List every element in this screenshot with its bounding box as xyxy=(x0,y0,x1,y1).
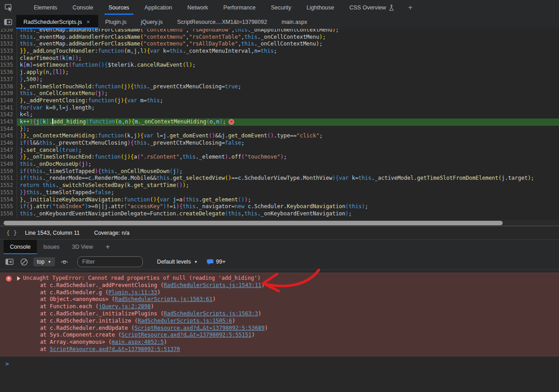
code-text[interactable]: },_onTimeSlotTouchHold:function(j){this.… xyxy=(17,83,559,91)
panel-tab-lighthouse[interactable]: Lighthouse xyxy=(299,0,342,15)
live-expression-eye-icon[interactable] xyxy=(59,257,69,267)
add-drawer-tab-button[interactable]: + xyxy=(99,240,116,254)
clear-console-icon[interactable] xyxy=(19,257,29,267)
line-number[interactable]: 1540 xyxy=(0,97,17,105)
line-number[interactable]: 1541 xyxy=(0,105,17,112)
drawer-tab-issues[interactable]: Issues xyxy=(37,240,66,254)
scrollbar-thumb[interactable] xyxy=(4,221,503,225)
code-text[interactable]: k[m]=setTimeout(function(){$telerik.canc… xyxy=(17,62,559,69)
line-number[interactable]: 1543 xyxy=(0,119,17,126)
line-number[interactable]: 1549 xyxy=(0,161,17,168)
more-tools-button[interactable]: + xyxy=(402,0,419,15)
line-number[interactable]: 1536 xyxy=(0,69,17,76)
line-number[interactable]: 1542 xyxy=(0,111,17,119)
code-text[interactable]: j.apply(n,[l]); xyxy=(17,69,559,76)
stack-frame-link[interactable]: jQuery.js:2:2898 xyxy=(99,303,151,310)
panel-tab-security[interactable]: Security xyxy=(263,0,299,15)
issues-counter[interactable]: 99+ xyxy=(207,259,226,265)
code-text[interactable]: for(var k=0,l=j.length; xyxy=(17,105,559,112)
expand-triangle-icon[interactable] xyxy=(17,276,20,281)
file-tab-radschedulerscripts-js[interactable]: RadSchedulerScripts.js× xyxy=(16,15,98,29)
panel-tab-sources[interactable]: Sources xyxy=(101,0,137,15)
file-tab-plugin-js[interactable]: Plugin.js xyxy=(98,15,134,29)
code-text[interactable]: }},_addLongTouchHandler:function(m,j,l){… xyxy=(17,48,559,55)
code-text[interactable]: return this._switchToSelectedDay(k.get_s… xyxy=(17,182,559,189)
line-number[interactable]: 1539 xyxy=(0,90,17,97)
panel-tab-network[interactable]: Network xyxy=(180,0,216,15)
stack-frame-link[interactable]: ScriptResource.axd?d…&t=13798092:5:53689 xyxy=(134,325,264,331)
code-text[interactable]: this._eventMap.addHandlerForClassName("c… xyxy=(17,34,559,41)
code-text[interactable]: }},_onContextMenuHiding:function(k,j){va… xyxy=(17,132,559,140)
code-text[interactable]: this._onKeyboardEventNavigationDelegate=… xyxy=(17,210,559,218)
log-levels-dropdown[interactable]: Default levels ▼ xyxy=(157,259,198,265)
line-number[interactable]: 1531 xyxy=(0,34,17,41)
line-number[interactable]: 1553 xyxy=(0,189,17,196)
line-number[interactable]: 1548 xyxy=(0,154,17,161)
code-text[interactable]: if(j.attr("tabIndex")>=0||j.attr("access… xyxy=(17,203,559,210)
stack-frame-link[interactable]: ScriptResource.axd?d…&t=13798092:5:55151 xyxy=(122,332,252,338)
code-text[interactable]: this._onCellContextMenu(j); xyxy=(17,90,559,97)
line-number[interactable]: 1538 xyxy=(0,83,17,91)
line-number[interactable]: 1547 xyxy=(0,147,17,154)
code-text[interactable]: }},_onTimeSlotTouchEnd:function(j){a(".r… xyxy=(17,154,559,161)
line-number[interactable]: 1555 xyxy=(0,203,17,210)
editor-horizontal-scrollbar[interactable] xyxy=(0,220,559,226)
stack-frame-link[interactable]: main.aspx:4852:5 xyxy=(112,339,164,345)
code-text[interactable]: },500); xyxy=(17,76,559,83)
line-number[interactable]: 1533 xyxy=(0,48,17,55)
code-text[interactable]: clearTimeout(k[m]); xyxy=(17,55,559,62)
code-text[interactable]: j.set_cancel(true); xyxy=(17,147,559,154)
code-text[interactable]: },_initializeKeyboardNavigation:function… xyxy=(17,196,559,204)
code-text[interactable]: if(l&&this._preventCtxMenuClosing){this.… xyxy=(17,140,559,147)
line-number[interactable]: 1530 xyxy=(0,29,17,34)
code-text[interactable]: },_addPreventClosing:function(j){var m=t… xyxy=(17,97,559,105)
drawer-tab-console[interactable]: Console xyxy=(4,240,37,254)
code-text[interactable]: }); xyxy=(17,126,559,133)
line-number[interactable]: 1537 xyxy=(0,76,17,83)
stack-frame-link[interactable]: RadSchedulerScripts.js:1505:6 xyxy=(138,318,232,324)
navigator-toggle-icon[interactable] xyxy=(0,15,16,29)
inspect-icon[interactable] xyxy=(0,0,18,15)
code-text[interactable]: }}this._timeSlotTapped=false; xyxy=(17,189,559,196)
inline-error-icon[interactable]: × xyxy=(228,119,234,125)
file-tab-scriptresource-xm1-t-13798092[interactable]: ScriptResource....XM1&t=13798092 xyxy=(170,15,274,29)
drawer-tab-3d-view[interactable]: 3D View xyxy=(66,240,99,254)
line-number[interactable]: 1544 xyxy=(0,126,17,133)
line-number[interactable]: 1546 xyxy=(0,140,17,147)
pretty-print-button[interactable]: { } xyxy=(5,228,18,237)
line-number[interactable]: 1550 xyxy=(0,168,17,175)
console-sidebar-icon[interactable] xyxy=(5,257,14,267)
code-text[interactable]: k++){j[k].add_hiding(function(o,n){m._on… xyxy=(17,119,559,126)
filter-input[interactable] xyxy=(77,256,143,267)
close-icon[interactable]: × xyxy=(86,18,91,25)
line-number[interactable]: 1552 xyxy=(0,182,17,189)
panel-tab-console[interactable]: Console xyxy=(65,0,101,15)
panel-tab-performance[interactable]: Performance xyxy=(216,0,264,15)
line-number[interactable]: 1532 xyxy=(0,41,17,48)
code-text[interactable]: if(this._renderMode==c.RenderMode.Mobile… xyxy=(17,175,559,182)
line-number[interactable]: 1535 xyxy=(0,62,17,69)
source-editor[interactable]: 1530this._eventMap.addHandlerForClassNam… xyxy=(0,29,559,220)
line-number[interactable]: 1556 xyxy=(0,210,17,218)
line-number[interactable]: 1534 xyxy=(0,55,17,62)
panel-tab-application[interactable]: Application xyxy=(137,0,180,15)
code-text[interactable]: k<l; xyxy=(17,111,559,119)
context-selector[interactable]: top ▼ xyxy=(33,257,55,266)
line-number[interactable]: 1551 xyxy=(0,175,17,182)
code-text[interactable]: this._eventMap.addHandlerForClassName("c… xyxy=(17,29,559,34)
stack-frame-link[interactable]: RadSchedulerScripts.js:1563:3 xyxy=(164,310,258,317)
code-text[interactable]: this._onDocMouseUp(j); xyxy=(17,161,559,168)
file-tab-jquery-js[interactable]: jQuery.js xyxy=(134,15,170,29)
file-tab-main-aspx[interactable]: main.aspx xyxy=(274,15,314,29)
stack-frame-link[interactable]: RadSchedulerScripts.js:1543:11 xyxy=(164,282,261,288)
stack-frame-link[interactable]: ScriptResource.axd?d…&t=13798092:5:51370 xyxy=(50,346,180,352)
panel-tab-css-overview[interactable]: CSS Overview xyxy=(342,0,402,15)
stack-frame-link[interactable]: Plugin.js:11:33 xyxy=(109,289,157,296)
stack-frame-link[interactable]: RadSchedulerScripts.js:1563:61 xyxy=(115,296,213,302)
line-number[interactable]: 1554 xyxy=(0,196,17,204)
panel-tab-elements[interactable]: Elements xyxy=(26,0,65,15)
line-number[interactable]: 1545 xyxy=(0,132,17,140)
code-text[interactable]: if(this._timeSlotTapped){this._onCellMou… xyxy=(17,168,559,175)
code-text[interactable]: this._eventMap.addHandlerForClassName("c… xyxy=(17,41,559,48)
console-prompt[interactable]: > xyxy=(0,356,559,368)
